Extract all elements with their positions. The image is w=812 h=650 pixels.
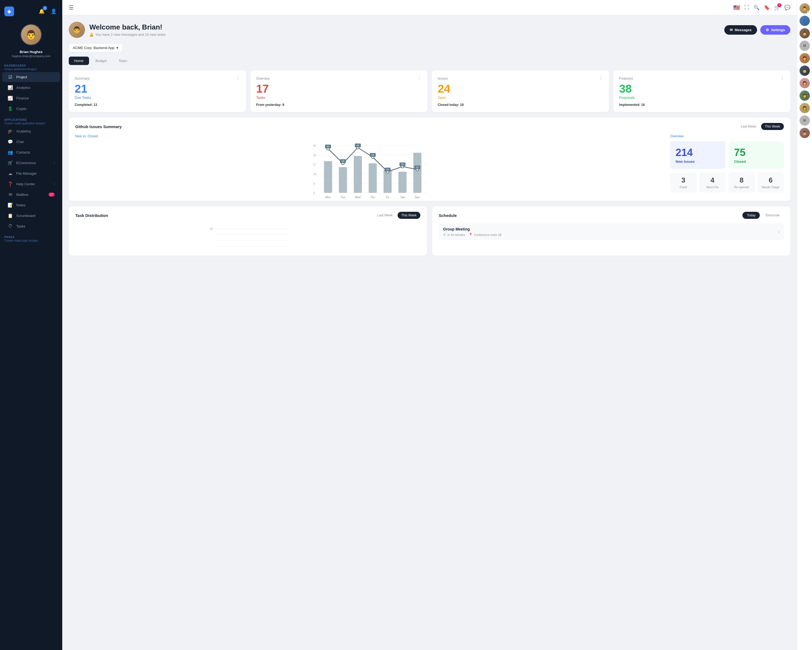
tab-budget[interactable]: Budget — [90, 57, 112, 65]
overdue-title: Overdue — [256, 76, 270, 80]
today-button[interactable]: Today — [742, 212, 760, 219]
summary-card-header: Summary ⋮ — [75, 76, 240, 81]
schedule-section: Schedule Today Tomorrow Group Meeting ⏱ … — [432, 206, 791, 255]
fixed-num: 3 — [673, 176, 693, 184]
overdue-more-icon[interactable]: ⋮ — [417, 76, 421, 81]
new-issues-card: 214 New Issues — [670, 141, 725, 169]
features-title: Features — [619, 76, 633, 80]
sidebar-item-project[interactable]: ☑ Project — [2, 72, 60, 82]
right-sidebar-avatar-5[interactable]: 👩 — [800, 53, 810, 63]
sidebar-item-ecommerce[interactable]: 🛒 ECommerce › — [2, 158, 60, 168]
event-arrow-icon[interactable]: › — [778, 229, 780, 234]
messages-button[interactable]: ✉ Messages — [724, 25, 757, 35]
sidebar-item-label: Tasks — [16, 224, 25, 228]
svg-text:Sun: Sun — [415, 196, 420, 199]
svg-rect-13 — [339, 167, 347, 193]
pages-section-header: PAGES Custom made page designs — [0, 231, 62, 243]
sidebar-item-scrumboard[interactable]: 📋 Scrumboard — [2, 211, 60, 221]
sidebar-item-contacts[interactable]: 👥 Contacts — [2, 147, 60, 158]
hamburger-menu-button[interactable]: ☰ — [69, 5, 73, 11]
right-sidebar-avatar-4[interactable]: M — [800, 41, 810, 51]
applications-sub: Custom made application designs — [4, 122, 58, 125]
sidebar-item-tasks[interactable]: ⏱ Tasks — [2, 221, 60, 231]
language-flag-icon[interactable]: 🇺🇸 — [733, 5, 740, 11]
sidebar-item-mailbox[interactable]: ✉ Mailbox 27 — [2, 190, 60, 200]
right-sidebar-avatar-9[interactable]: 👩 — [800, 103, 810, 113]
overdue-footer-text: From yesterday: — [256, 103, 281, 107]
settings-button[interactable]: ⚙ Settings — [760, 25, 791, 35]
features-more-icon[interactable]: ⋮ — [780, 76, 785, 81]
app-logo[interactable]: ◆ — [4, 6, 14, 16]
stats-cards-row: Summary ⋮ 21 Due Tasks Completed: 13 Ove… — [69, 70, 791, 112]
fixed-label: Fixed — [673, 185, 693, 189]
notification-button[interactable]: 🔔 3 — [37, 7, 46, 16]
user-info: Brian Hughes hughes.brian@company.com — [0, 47, 62, 60]
right-sidebar-avatar-1[interactable]: 👨 — [800, 3, 810, 14]
tomorrow-button[interactable]: Tomorrow — [761, 212, 784, 219]
project-selector-dropdown[interactable]: ACME Corp. Backend App ▾ — [69, 43, 122, 52]
event-location: 📍 Conference room 1B — [469, 233, 502, 236]
reopened-num: 8 — [732, 176, 752, 184]
sidebar: ◆ 🔔 3 👤 👨 Brian Hughes hughes.brian@comp… — [0, 0, 62, 650]
overdue-number: 17 — [256, 83, 422, 95]
issues-footer-value: 19 — [460, 103, 464, 107]
svg-rect-18 — [413, 153, 421, 193]
welcome-title: Welcome back, Brian! — [89, 23, 166, 31]
sidebar-item-file-manager[interactable]: ☁ File Manager — [2, 168, 60, 179]
svg-rect-17 — [398, 172, 406, 193]
svg-rect-14 — [354, 156, 362, 193]
chat-icon[interactable]: 💬 — [785, 5, 791, 11]
task-last-week-button[interactable]: Last Week — [374, 212, 396, 219]
right-sidebar-avatar-11[interactable]: 👨 — [800, 128, 810, 138]
github-week-toggle: Last Week This Week — [737, 123, 784, 130]
wont-fix-mini-card: 4 Won't Fix — [699, 172, 726, 193]
sidebar-item-analytics[interactable]: 📊 Analytics — [2, 83, 60, 93]
help-icon: ❓ — [8, 182, 13, 187]
sidebar-item-notes[interactable]: 📝 Notes — [2, 200, 60, 210]
right-sidebar-avatar-6[interactable]: 👨 — [800, 66, 810, 76]
issues-footer: Closed today: 19 — [438, 103, 603, 107]
last-week-button[interactable]: Last Week — [737, 123, 760, 130]
sidebar-item-crypto[interactable]: 💲 Crypto — [2, 104, 60, 114]
user-name: Brian Hughes — [4, 50, 58, 54]
this-week-button[interactable]: This Week — [761, 123, 784, 130]
sidebar-item-academy[interactable]: 🎓 Academy — [2, 126, 60, 136]
needs-triage-label: Needs Triage — [761, 185, 781, 189]
right-sidebar-avatar-2[interactable]: 👤 — [800, 16, 810, 26]
sidebar-item-finance[interactable]: 📈 Finance — [2, 93, 60, 103]
issues-number: 24 — [438, 83, 603, 95]
tab-home[interactable]: Home — [69, 57, 89, 65]
summary-more-icon[interactable]: ⋮ — [236, 76, 240, 81]
schedule-title: Schedule — [439, 213, 457, 218]
right-sidebar-avatar-10[interactable]: M — [800, 115, 810, 126]
user-icon-button[interactable]: 👤 — [49, 7, 58, 16]
cart-icon-button[interactable]: 🛒 5 — [774, 5, 780, 11]
envelope-icon: ✉ — [730, 28, 733, 32]
summary-card: Summary ⋮ 21 Due Tasks Completed: 13 — [69, 70, 246, 112]
dashboards-section-header: DASHBOARDS Unique dashboard designs — [0, 60, 62, 72]
dashboards-sub: Unique dashboard designs — [4, 68, 58, 71]
issues-more-icon[interactable]: ⋮ — [599, 76, 603, 81]
sidebar-item-help-center[interactable]: ❓ Help Center › — [2, 179, 60, 189]
bookmark-icon[interactable]: 🔖 — [764, 5, 770, 11]
search-icon[interactable]: 🔍 — [754, 5, 760, 11]
top-navigation: ☰ 🇺🇸 ⛶ 🔍 🔖 🛒 5 💬 — [62, 0, 797, 15]
tab-team[interactable]: Team — [113, 57, 133, 65]
features-number: 38 — [619, 83, 785, 95]
issues-card: Issues ⋮ 24 Open Closed today: 19 — [432, 70, 609, 112]
task-dist-bar-chart: 40 — [78, 226, 418, 250]
sidebar-top: ◆ 🔔 3 👤 — [0, 5, 62, 21]
right-sidebar-avatar-8[interactable]: 👩 — [800, 90, 810, 101]
applications-label: APPLICATIONS — [4, 118, 58, 121]
sidebar-item-label: Project — [16, 75, 27, 79]
svg-text:Fri: Fri — [386, 196, 389, 199]
sidebar-item-chat[interactable]: 💬 Chat — [2, 137, 60, 147]
right-sidebar-avatar-3[interactable]: 👨 — [800, 28, 810, 38]
fullscreen-icon[interactable]: ⛶ — [744, 5, 749, 10]
task-this-week-button[interactable]: This Week — [398, 212, 420, 219]
schedule-event: Group Meeting ⏱ in 32 minutes 📍 Conferen… — [439, 223, 784, 240]
chat-icon: 💬 — [8, 139, 13, 144]
svg-text:43: 43 — [356, 144, 359, 147]
right-sidebar-avatar-7[interactable]: 👩 — [800, 78, 810, 88]
sidebar-item-label: Academy — [16, 129, 31, 133]
